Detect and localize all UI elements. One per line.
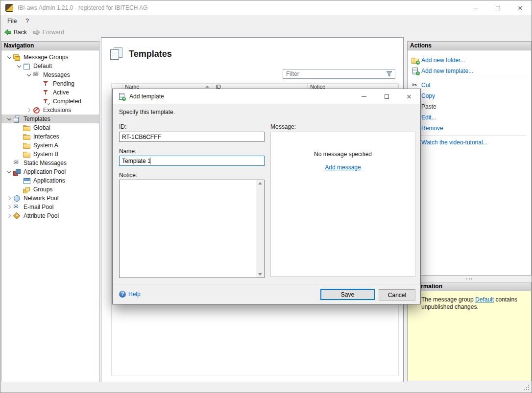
- tree-item-label: Pending: [53, 80, 74, 87]
- tree-item-exclusions[interactable]: Exclusions: [1, 106, 99, 115]
- toolbar: Back Forward: [0, 26, 532, 38]
- tree-item-message-groups[interactable]: Message Groups: [1, 53, 99, 62]
- minimize-button[interactable]: [464, 0, 486, 15]
- tree-item-default[interactable]: Default: [1, 62, 99, 70]
- static-messages-icon: [13, 160, 20, 166]
- window-title: IBI-aws Admin 1.21.0 - registered for IB…: [18, 4, 147, 11]
- action-label: Paste: [421, 103, 436, 110]
- tree-item-label: E-mail Pool: [24, 204, 53, 210]
- action-copy[interactable]: Copy: [408, 91, 531, 101]
- dialog-close-button[interactable]: [398, 89, 420, 104]
- id-label: ID:: [119, 123, 126, 130]
- action-label: Watch the video-tutorial...: [421, 139, 488, 146]
- email-pool-icon: [13, 204, 20, 210]
- menu-file[interactable]: File: [3, 16, 21, 26]
- chevron-spacer: [6, 160, 13, 166]
- maximize-button[interactable]: [486, 0, 509, 15]
- tree-item-templates[interactable]: Templates: [1, 115, 99, 123]
- tree-item-label: Static Messages: [24, 160, 67, 166]
- app-icon: [5, 4, 13, 12]
- action-paste[interactable]: Paste: [408, 101, 531, 112]
- notice-textarea[interactable]: [119, 180, 265, 278]
- scroll-up-icon[interactable]: [258, 182, 262, 185]
- chevron-down-icon[interactable]: [6, 54, 13, 60]
- action-label: Edit...: [421, 114, 436, 121]
- actions-list: Add new folder... Add new template... Cu…: [408, 50, 531, 148]
- page-title: Templates: [129, 49, 172, 59]
- add-message-link[interactable]: Add message: [325, 164, 361, 171]
- tree-item-active[interactable]: Active: [1, 88, 99, 97]
- action-remove[interactable]: Remove: [408, 123, 531, 134]
- separator: [412, 78, 527, 78]
- cancel-button[interactable]: Cancel: [379, 289, 415, 301]
- name-field[interactable]: [119, 156, 265, 166]
- tree-item-system-a[interactable]: System A: [1, 141, 99, 150]
- chevron-down-icon[interactable]: [6, 116, 13, 122]
- tree-item-attribute-pool[interactable]: Attribute Pool: [1, 211, 99, 220]
- menu-help[interactable]: ?: [21, 16, 33, 26]
- tree-item-email-pool[interactable]: E-mail Pool: [1, 203, 99, 211]
- back-button[interactable]: Back: [4, 28, 27, 36]
- attribute-pool-icon: [13, 212, 20, 219]
- forward-button[interactable]: Forward: [33, 28, 64, 36]
- forward-arrow-icon: [33, 28, 41, 36]
- tree-item-static-messages[interactable]: Static Messages: [1, 159, 99, 167]
- tree-item-application-pool[interactable]: Application Pool: [1, 167, 99, 176]
- pending-funnel-icon: [43, 80, 49, 87]
- default-group-link[interactable]: Default: [475, 296, 494, 303]
- chevron-down-icon[interactable]: [16, 63, 23, 69]
- id-field[interactable]: [119, 132, 265, 142]
- tree-item-network-pool[interactable]: Network Pool: [1, 194, 99, 203]
- sort-ascending-icon: [205, 86, 209, 88]
- panel-splitter[interactable]: [407, 276, 532, 282]
- save-button[interactable]: Save: [320, 289, 375, 300]
- action-label: Add new template...: [421, 68, 473, 74]
- chevron-right-icon[interactable]: [6, 213, 13, 219]
- help-link[interactable]: Help: [119, 291, 141, 298]
- back-arrow-icon: [4, 28, 12, 36]
- close-button[interactable]: [509, 0, 532, 15]
- application-pool-icon: [13, 168, 20, 175]
- filter-input[interactable]: [283, 70, 386, 77]
- dialog-maximize-button[interactable]: [375, 89, 398, 104]
- dialog-controls: [353, 89, 420, 104]
- tree-item-global[interactable]: Global: [1, 123, 99, 132]
- scroll-down-icon[interactable]: [258, 273, 262, 276]
- action-watch-tutorial[interactable]: Watch the video-tutorial...: [408, 137, 531, 148]
- folder-icon: [23, 133, 30, 140]
- navigation-panel: Navigation Message Groups Default Messag…: [1, 41, 99, 382]
- resize-grip[interactable]: [528, 389, 529, 390]
- action-edit[interactable]: Edit...: [408, 112, 531, 123]
- action-cut[interactable]: Cut: [408, 80, 531, 91]
- action-add-new-template[interactable]: Add new template...: [408, 66, 531, 76]
- filter-funnel-icon[interactable]: [386, 71, 392, 77]
- tree-item-interfaces[interactable]: Interfaces: [1, 132, 99, 141]
- dialog-title: Add template: [129, 93, 164, 100]
- tree-item-pending[interactable]: Pending: [1, 79, 99, 88]
- chevron-right-icon[interactable]: [26, 107, 33, 113]
- action-label: Add new folder...: [421, 57, 465, 64]
- action-add-new-folder[interactable]: Add new folder...: [408, 55, 531, 66]
- dialog-minimize-button[interactable]: [353, 89, 375, 104]
- tree-item-label: Applications: [33, 177, 65, 184]
- tree-item-messages[interactable]: Messages: [1, 70, 99, 79]
- chevron-down-icon[interactable]: [26, 72, 33, 78]
- message-label: Message:: [270, 123, 296, 130]
- dialog-titlebar: Add template: [113, 89, 420, 104]
- add-template-icon: [411, 67, 419, 75]
- tree-item-completed[interactable]: Completed: [1, 97, 99, 106]
- chevron-right-icon[interactable]: [6, 204, 13, 210]
- plus-badge-icon: [122, 97, 126, 101]
- info-text-before: The message group: [421, 296, 475, 303]
- tree-item-groups[interactable]: Groups: [1, 185, 99, 194]
- chevron-down-icon[interactable]: [6, 169, 13, 175]
- tree-item-applications[interactable]: Applications: [1, 176, 99, 185]
- notice-scrollbar[interactable]: [256, 180, 264, 277]
- dialog-footer-separator: [113, 284, 420, 284]
- tree-item-label: System B: [33, 151, 58, 158]
- chevron-right-icon[interactable]: [6, 195, 13, 201]
- templates-icon: [13, 116, 20, 122]
- tree-item-system-b[interactable]: System B: [1, 150, 99, 159]
- tree-item-label: Groups: [33, 186, 52, 193]
- chevron-spacer: [16, 134, 23, 139]
